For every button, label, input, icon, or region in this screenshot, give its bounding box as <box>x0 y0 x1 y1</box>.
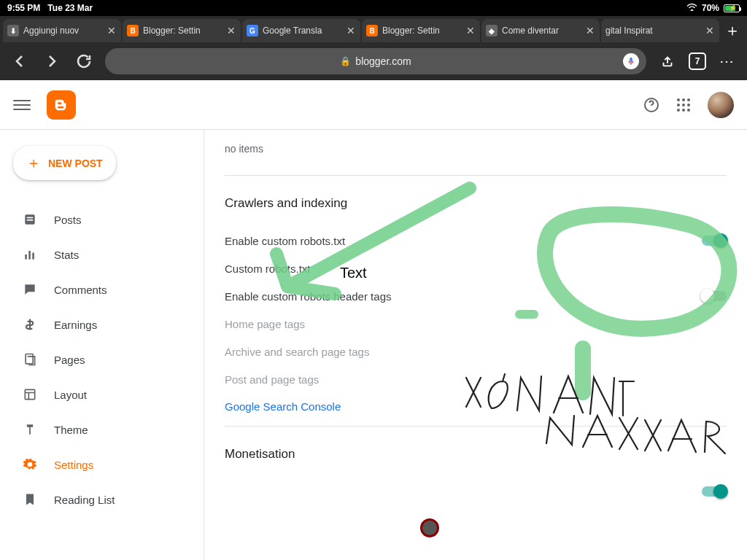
tab-title: Blogger: Settin <box>382 26 461 36</box>
sidebar-item-label: Posts <box>54 214 82 226</box>
sidebar-item-settings[interactable]: Settings <box>13 447 196 482</box>
theme-icon <box>22 421 38 438</box>
tab-title: Google Transla <box>263 26 341 36</box>
tab-title: Come diventar <box>502 26 581 36</box>
svg-point-6 <box>682 104 685 106</box>
favicon-icon: ◆ <box>486 25 498 36</box>
tabs-count-button[interactable]: 7 <box>689 52 706 70</box>
svg-rect-12 <box>27 217 33 219</box>
status-time: 9:55 PM <box>7 3 40 13</box>
tab-title: gital Inspirat <box>605 26 700 36</box>
battery-icon: ⚡ <box>724 4 740 12</box>
svg-point-10 <box>687 109 690 112</box>
browser-toolbar: 🔒 blogger.com 7 ⋯ <box>0 42 747 80</box>
divider <box>225 175 727 176</box>
sidebar-item-label: Stats <box>54 249 79 261</box>
battery-percent: 70% <box>702 3 719 13</box>
sidebar-item-layout[interactable]: Layout <box>13 377 196 412</box>
sidebar-item-label: Comments <box>54 284 107 296</box>
svg-rect-15 <box>28 251 31 260</box>
setting-enable-robots[interactable]: Enable custom robots.txt <box>225 227 727 254</box>
back-button[interactable] <box>9 50 31 72</box>
setting-label: Archive and search page tags <box>225 346 727 358</box>
setting-enable-ads[interactable] <box>225 478 727 505</box>
close-icon[interactable]: ✕ <box>346 25 356 36</box>
sidebar-item-label: Theme <box>54 424 88 436</box>
setting-custom-robots[interactable]: Custom robots.txt <box>225 254 727 282</box>
sidebar: ＋ NEW POST Posts Stats Comments Earnings… <box>0 130 204 560</box>
share-icon[interactable] <box>657 50 678 72</box>
svg-point-2 <box>677 98 680 101</box>
sidebar-item-posts[interactable]: Posts <box>13 202 196 237</box>
section-title-crawlers: Crawlers and indexing <box>225 196 727 211</box>
toggle-switch[interactable] <box>702 291 727 301</box>
svg-rect-17 <box>26 354 33 364</box>
address-bar[interactable]: 🔒 blogger.com <box>105 48 646 74</box>
setting-label: Enable custom robots header tags <box>225 290 702 303</box>
svg-point-7 <box>687 104 690 106</box>
svg-rect-0 <box>630 63 631 65</box>
sidebar-item-reading-list[interactable]: Reading List <box>13 482 196 517</box>
sidebar-item-earnings[interactable]: Earnings <box>13 307 196 342</box>
settings-content: no items Crawlers and indexing Enable cu… <box>204 130 747 560</box>
browser-tab[interactable]: gital Inspirat✕ <box>601 19 719 42</box>
browser-tab[interactable]: ◆Come diventar✕ <box>481 19 600 42</box>
favicon-icon: ⬇ <box>7 25 19 36</box>
svg-point-5 <box>677 104 680 106</box>
toggle-switch[interactable] <box>702 236 727 246</box>
stats-icon <box>22 246 38 262</box>
url-host: blogger.com <box>355 55 411 67</box>
comments-icon <box>22 281 38 298</box>
favicon-icon: G <box>247 25 258 36</box>
svg-rect-13 <box>27 219 33 221</box>
browser-tab[interactable]: BBlogger: Settin✕ <box>123 19 241 42</box>
sidebar-item-theme[interactable]: Theme <box>13 412 196 447</box>
browser-tab[interactable]: ⬇Aggiungi nuov✕ <box>3 19 121 42</box>
hamburger-menu-button[interactable] <box>13 96 31 114</box>
apps-grid-icon[interactable] <box>670 91 697 119</box>
sidebar-item-comments[interactable]: Comments <box>13 272 196 307</box>
toggle-switch[interactable] <box>702 486 727 497</box>
search-console-link[interactable]: Google Search Console <box>225 393 727 426</box>
sidebar-item-stats[interactable]: Stats <box>13 237 196 272</box>
no-items-text: no items <box>225 143 727 155</box>
lock-icon: 🔒 <box>340 56 351 66</box>
close-icon[interactable]: ✕ <box>226 25 236 36</box>
sidebar-item-label: Layout <box>54 389 87 401</box>
mic-icon[interactable] <box>623 53 639 69</box>
reload-button[interactable] <box>73 50 95 72</box>
earnings-icon <box>22 316 38 332</box>
browser-tab[interactable]: BBlogger: Settin✕ <box>362 19 480 42</box>
new-post-label: NEW POST <box>48 158 103 169</box>
overflow-menu-icon[interactable]: ⋯ <box>716 50 738 72</box>
bookmark-icon <box>22 491 38 508</box>
new-tab-button[interactable]: ＋ <box>721 19 744 42</box>
sidebar-item-pages[interactable]: Pages <box>13 342 196 377</box>
plus-icon: ＋ <box>26 153 41 173</box>
blogger-logo-icon[interactable] <box>47 90 76 120</box>
new-post-button[interactable]: ＋ NEW POST <box>13 146 116 180</box>
close-icon[interactable]: ✕ <box>107 25 117 36</box>
close-icon[interactable]: ✕ <box>465 25 476 36</box>
status-date: Tue 23 Mar <box>47 3 93 13</box>
pages-icon <box>22 351 38 368</box>
posts-icon <box>22 211 38 228</box>
svg-rect-16 <box>32 253 34 260</box>
avatar[interactable] <box>708 92 734 118</box>
setting-archive-tags: Archive and search page tags <box>225 338 727 365</box>
sidebar-item-label: Reading List <box>54 494 115 506</box>
help-icon[interactable] <box>638 91 665 119</box>
browser-chrome: ⬇Aggiungi nuov✕ BBlogger: Settin✕ GGoogl… <box>0 16 747 80</box>
app-header <box>0 80 747 130</box>
svg-point-8 <box>677 109 680 112</box>
close-icon[interactable]: ✕ <box>705 25 715 36</box>
recording-cursor-icon <box>420 518 439 537</box>
wifi-icon <box>686 3 697 13</box>
setting-enable-header-tags[interactable]: Enable custom robots header tags <box>225 282 727 310</box>
forward-button[interactable] <box>41 50 63 72</box>
browser-tab[interactable]: GGoogle Transla✕ <box>242 19 360 42</box>
section-title-monetisation: Monetisation <box>225 447 727 462</box>
close-icon[interactable]: ✕ <box>585 25 595 36</box>
setting-label: Custom robots.txt <box>225 262 727 275</box>
browser-tabstrip: ⬇Aggiungi nuov✕ BBlogger: Settin✕ GGoogl… <box>0 16 747 42</box>
